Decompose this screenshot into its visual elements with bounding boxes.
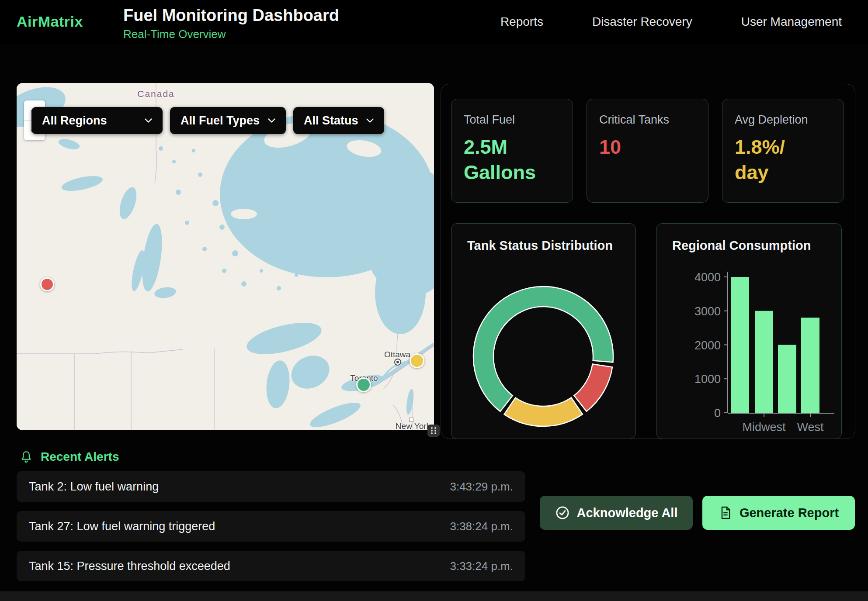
donut-slice-warning (504, 397, 583, 426)
acknowledge-all-label: Acknowledge All (577, 506, 678, 520)
stat-label: Critical Tanks (599, 113, 696, 127)
page-subtitle: Real-Time Overview (123, 28, 339, 41)
filter-all-regions[interactable]: All Regions (31, 107, 163, 134)
stat-card-total-fuel: Total Fuel2.5MGallons (451, 99, 573, 203)
map-resize-handle[interactable] (427, 425, 440, 437)
generate-report-label: Generate Report (740, 506, 839, 520)
consumption-bar (778, 345, 796, 413)
fuel-map[interactable]: Canada Ottawa Toronto New York + − All R… (17, 83, 434, 430)
page-title-block: Fuel Monitoring Dashboard Real-Time Over… (123, 6, 339, 41)
alert-row[interactable]: Tank 27: Low fuel warning triggered3:38:… (17, 511, 525, 542)
filter-label: All Regions (42, 114, 107, 128)
regional-consumption-card: Regional Consumption 01000200030004000Mi… (656, 223, 842, 439)
axis-tick-label: West (797, 421, 824, 434)
stat-card-critical-tanks: Critical Tanks10 (587, 99, 708, 203)
critical-tank-marker[interactable] (40, 277, 54, 291)
consumption-bar (801, 318, 819, 413)
alert-text: Tank 2: Low fuel warning (29, 480, 159, 494)
stat-value: 10 (599, 135, 696, 160)
map-label-new-york: New York (396, 421, 431, 430)
nav-disaster-recovery[interactable]: Disaster Recovery (592, 15, 692, 29)
alert-time: 3:43:29 p.m. (450, 480, 513, 494)
axis-tick-label: 1000 (694, 373, 721, 386)
app-logo[interactable]: AirMatrix (17, 13, 83, 30)
filter-label: All Fuel Types (181, 114, 260, 128)
header: AirMatrix Fuel Monitoring Dashboard Real… (0, 0, 868, 44)
alert-text: Tank 27: Low fuel warning triggered (29, 520, 215, 533)
generate-report-button[interactable]: Generate Report (702, 496, 855, 530)
axis-tick-label: 4000 (694, 271, 721, 284)
regional-consumption-bar-chart: 01000200030004000MidwestWest (656, 224, 842, 439)
axis-tick-label: 3000 (694, 305, 721, 318)
stat-label: Avg Depletion (735, 113, 831, 127)
map-label-canada: Canada (137, 89, 175, 99)
alert-text: Tank 15: Pressure threshold exceeded (29, 560, 230, 573)
alert-row[interactable]: Tank 2: Low fuel warning3:43:29 p.m. (17, 471, 525, 502)
report-file-icon (719, 506, 733, 520)
axis-tick-label: Midwest (742, 421, 786, 434)
check-circle-icon (555, 505, 570, 520)
nav-user-management[interactable]: User Management (741, 15, 842, 29)
axis-tick-label: 2000 (694, 339, 721, 352)
alert-time: 3:33:24 p.m. (450, 560, 513, 573)
stat-value: 2.5MGallons (464, 135, 560, 185)
stat-card-avg-depletion: Avg Depletion1.8%/day (722, 99, 844, 203)
axis-tick-label: 0 (714, 407, 721, 420)
consumption-bar (755, 311, 773, 413)
normal-tank-marker[interactable] (356, 377, 371, 392)
bell-icon (20, 450, 33, 463)
chevron-down-icon (145, 118, 152, 123)
filter-label: All Status (304, 114, 358, 128)
tank-status-card: Tank Status Distribution (451, 223, 636, 439)
donut-chart-title: Tank Status Distribution (467, 238, 635, 253)
chevron-down-icon (268, 118, 275, 123)
main-nav: ReportsDisaster RecoveryUser Management (500, 0, 842, 44)
stats-panel: Total Fuel2.5MGallonsCritical Tanks10Avg… (441, 84, 855, 439)
ottawa-city-marker (394, 359, 401, 366)
map-filter-bar: All RegionsAll Fuel TypesAll Status (31, 107, 384, 134)
stat-label: Total Fuel (464, 113, 560, 127)
map-label-ottawa: Ottawa (384, 350, 410, 359)
page-title: Fuel Monitoring Dashboard (123, 6, 339, 25)
acknowledge-all-button[interactable]: Acknowledge All (540, 496, 693, 530)
nav-reports[interactable]: Reports (500, 15, 543, 29)
tank-status-donut-chart (451, 256, 636, 431)
chevron-down-icon (366, 118, 374, 123)
footer-strip (0, 591, 868, 601)
warning-tank-marker[interactable] (410, 353, 424, 368)
alerts-header: Recent Alerts (20, 450, 119, 464)
filter-all-status[interactable]: All Status (293, 107, 384, 134)
filter-all-fuel-types[interactable]: All Fuel Types (170, 107, 286, 134)
alert-row[interactable]: Tank 15: Pressure threshold exceeded3:33… (17, 551, 525, 581)
consumption-bar (731, 277, 749, 413)
alert-time: 3:38:24 p.m. (450, 520, 513, 533)
grip-dots-icon (429, 426, 438, 435)
alerts-section-title: Recent Alerts (41, 450, 119, 464)
donut-slice-critical (574, 364, 612, 411)
stat-value: 1.8%/day (735, 135, 831, 185)
